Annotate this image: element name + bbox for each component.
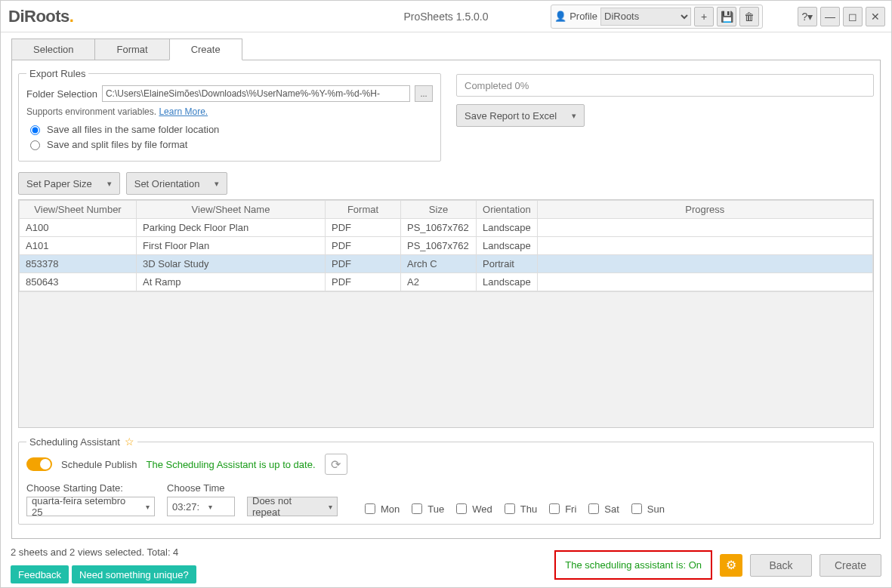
table-header[interactable]: Size <box>401 201 477 219</box>
sched-status: The Scheduling Assistant is up to date. <box>146 459 315 470</box>
table-cell: PS_1067x762 <box>401 237 477 255</box>
table-cell: At Ramp <box>137 273 326 291</box>
day-checkbox[interactable] <box>549 503 560 514</box>
help-button[interactable]: ?▾ <box>798 7 817 26</box>
table-cell: A2 <box>401 273 477 291</box>
save-report-label: Save Report to Excel <box>465 110 557 122</box>
table-cell: Portrait <box>477 255 538 273</box>
start-date-combo[interactable]: quarta-feira setembro 25 <box>26 497 155 516</box>
feedback-button[interactable]: Feedback <box>11 565 69 583</box>
folder-input[interactable] <box>102 85 410 102</box>
refresh-button[interactable]: ⟳ <box>325 454 347 475</box>
tab-create[interactable]: Create <box>169 38 242 60</box>
logo-mid: oots <box>35 7 69 26</box>
settings-button[interactable]: ⚙ <box>720 554 742 577</box>
day-fri[interactable]: Fri <box>546 501 576 516</box>
start-date-label: Choose Starting Date: <box>26 482 155 494</box>
day-checkbox[interactable] <box>588 503 599 514</box>
schedule-toggle-label: Schedule Publish <box>61 459 137 470</box>
tab-selection[interactable]: Selection <box>11 38 95 60</box>
day-thu[interactable]: Thu <box>502 501 537 516</box>
footer: 2 sheets and 2 views selected. Total: 4 … <box>11 546 881 583</box>
set-orientation-button[interactable]: Set Orientation <box>126 172 228 195</box>
table-cell: Landscape <box>477 273 538 291</box>
table-cell: Arch C <box>401 255 477 273</box>
set-paper-size-button[interactable]: Set Paper Size <box>18 172 120 195</box>
scheduling-assistant: Scheduling Assistant☆ Schedule Publish T… <box>18 436 874 525</box>
export-legend: Export Rules <box>26 68 88 79</box>
time-label: Choose Time <box>167 482 235 494</box>
tab-format[interactable]: Format <box>94 38 169 60</box>
table-header[interactable]: Orientation <box>477 201 538 219</box>
browse-button[interactable]: ... <box>415 85 433 102</box>
table-header[interactable]: Format <box>326 201 401 219</box>
logo-dot: . <box>69 7 74 26</box>
table-cell: 3D Solar Study <box>137 255 326 273</box>
logo-prefix: DiR <box>8 7 35 26</box>
day-tue[interactable]: Tue <box>409 501 444 516</box>
table-row[interactable]: A100Parking Deck Floor PlanPDFPS_1067x76… <box>20 219 873 237</box>
time-value: 03:27: <box>172 501 199 513</box>
profile-select[interactable]: DiRoots <box>600 8 691 26</box>
window-controls: ?▾ — ◻ ✕ <box>798 7 885 26</box>
progress-bar: Completed 0% <box>456 74 874 97</box>
day-label: Sat <box>604 503 619 515</box>
radio-same-input[interactable] <box>30 125 40 135</box>
day-checkbox[interactable] <box>631 503 642 514</box>
content: Export Rules Folder Selection ... Suppor… <box>11 60 881 539</box>
table-cell: PDF <box>326 237 401 255</box>
table-cell <box>537 219 872 237</box>
table-cell: First Floor Plan <box>137 237 326 255</box>
table-row[interactable]: A101First Floor PlanPDFPS_1067x762Landsc… <box>20 237 873 255</box>
maximize-button[interactable]: ◻ <box>843 7 863 26</box>
day-label: Thu <box>520 503 537 515</box>
radio-split-input[interactable] <box>30 140 40 150</box>
day-checkbox[interactable] <box>412 503 422 514</box>
table-row[interactable]: 8533783D Solar StudyPDFArch CPortrait <box>20 255 873 273</box>
table-header[interactable]: View/Sheet Number <box>20 201 137 219</box>
table-cell: Landscape <box>477 237 538 255</box>
radio-same-folder[interactable]: Save all files in the same folder locati… <box>26 123 433 135</box>
assistant-status-box: The scheduling assistant is: On <box>554 550 712 580</box>
profile-save-button[interactable]: 💾 <box>717 7 736 26</box>
close-button[interactable]: ✕ <box>866 7 885 26</box>
paper-label: Set Paper Size <box>26 178 92 189</box>
logo: DiRoots. <box>8 7 73 26</box>
table-header[interactable]: View/Sheet Name <box>137 201 326 219</box>
day-sat[interactable]: Sat <box>585 501 619 516</box>
selection-status: 2 sheets and 2 views selected. Total: 4 <box>11 546 196 558</box>
radio-split[interactable]: Save and split files by file format <box>26 138 433 150</box>
time-combo[interactable]: 03:27: <box>167 497 235 516</box>
orient-label: Set Orientation <box>134 178 200 189</box>
back-button[interactable]: Back <box>750 554 812 577</box>
profile-label: Profile <box>569 11 597 22</box>
titlebar: DiRoots. ProSheets 1.5.0.0 👤 Profile DiR… <box>1 1 891 32</box>
repeat-combo[interactable]: Does not repeat <box>247 497 338 516</box>
schedule-toggle[interactable] <box>26 457 52 471</box>
save-report-button[interactable]: Save Report to Excel <box>456 104 585 127</box>
day-sun[interactable]: Sun <box>628 501 665 516</box>
radio-split-label: Save and split files by file format <box>47 139 187 150</box>
unique-button[interactable]: Need something unique? <box>72 565 196 583</box>
table-cell: Parking Deck Floor Plan <box>137 219 326 237</box>
day-checkbox[interactable] <box>365 503 375 514</box>
tabs: Selection Format Create <box>11 38 891 60</box>
day-checkbox[interactable] <box>505 503 515 514</box>
day-mon[interactable]: Mon <box>362 501 400 516</box>
table-cell: PDF <box>326 219 401 237</box>
days-row: MonTueWedThuFriSatSun <box>362 501 665 516</box>
table-header[interactable]: Progress <box>537 201 872 219</box>
table-row[interactable]: 850643At RampPDFA2Landscape <box>20 273 873 291</box>
profile-delete-button[interactable]: 🗑 <box>739 7 759 26</box>
learn-more-link[interactable]: Learn More. <box>159 106 208 117</box>
day-wed[interactable]: Wed <box>453 501 492 516</box>
minimize-button[interactable]: — <box>820 7 840 26</box>
day-checkbox[interactable] <box>456 503 467 514</box>
table-cell <box>537 255 872 273</box>
create-button[interactable]: Create <box>819 554 881 577</box>
table-cell <box>537 273 872 291</box>
profile-add-button[interactable]: + <box>694 7 714 26</box>
table-cell: Landscape <box>477 219 538 237</box>
folder-label: Folder Selection <box>26 88 97 100</box>
repeat-value: Does not repeat <box>252 495 319 518</box>
